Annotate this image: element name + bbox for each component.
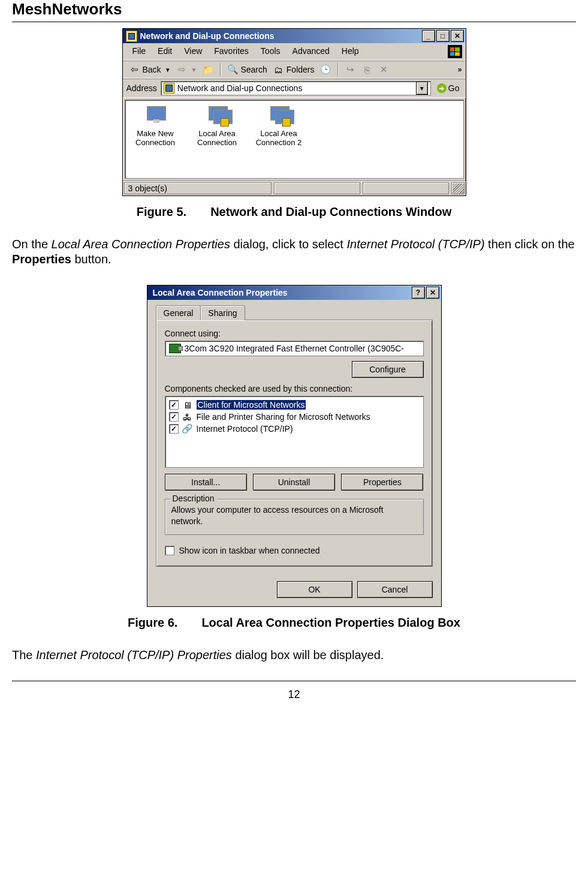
paragraph-2: The Internet Protocol (TCP/IP) Propertie… xyxy=(12,648,576,663)
item-local-area-connection-2[interactable]: Local Area Connection 2 xyxy=(254,106,304,147)
search-icon: 🔍 xyxy=(227,64,238,75)
item-label: Local Area Connection 2 xyxy=(254,129,304,147)
windows-logo-icon xyxy=(448,45,462,58)
folder-icon xyxy=(126,31,137,42)
folder-content[interactable]: Make New Connection Local Area Connectio… xyxy=(125,100,464,179)
history-icon: 🕒 xyxy=(320,64,331,75)
dropdown-icon: ▼ xyxy=(165,67,171,73)
dialog-title: Local Area Connection Properties xyxy=(149,288,412,297)
folders-icon: 🗂 xyxy=(273,64,284,75)
configure-button[interactable]: Configure xyxy=(352,361,424,378)
components-list[interactable]: ✓ 🖥 Client for Microsoft Networks ✓ 🖧 Fi… xyxy=(165,396,424,468)
up-button[interactable]: 📁 xyxy=(200,63,216,76)
figure5-caption: Figure 5.Network and Dial-up Connections… xyxy=(12,205,576,219)
address-dropdown-icon[interactable]: ▼ xyxy=(416,82,428,95)
address-field[interactable]: Network and Dial-up Connections ▼ xyxy=(161,81,431,95)
go-arrow-icon: ➜ xyxy=(437,83,447,93)
forward-arrow-icon: ⇨ xyxy=(177,64,188,75)
menu-favorites[interactable]: Favorites xyxy=(208,45,255,58)
description-legend: Description xyxy=(170,494,217,503)
move-icon: ↪ xyxy=(345,64,355,75)
component-tcpip[interactable]: ✓ 🔗 Internet Protocol (TCP/IP) xyxy=(169,423,420,435)
menu-help[interactable]: Help xyxy=(336,45,365,58)
show-icon-label: Show icon in taskbar when connected xyxy=(179,546,320,555)
address-label: Address xyxy=(126,83,157,93)
menu-view[interactable]: View xyxy=(178,45,208,58)
delete-button[interactable]: ✕ xyxy=(375,63,392,76)
adapter-name: 3Com 3C920 Integrated Fast Ethernet Cont… xyxy=(185,344,405,353)
footer-rule xyxy=(12,681,576,681)
close-button[interactable]: ✕ xyxy=(451,30,464,42)
overflow-icon[interactable]: » xyxy=(458,65,462,74)
maximize-button[interactable]: □ xyxy=(436,30,450,42)
install-button[interactable]: Install... xyxy=(165,474,247,491)
titlebar[interactable]: Local Area Connection Properties ✕ xyxy=(147,285,441,300)
menubar: File Edit View Favorites Tools Advanced … xyxy=(123,43,466,61)
item-label: Make New Connection xyxy=(130,129,181,147)
checkbox-icon[interactable] xyxy=(165,546,174,555)
component-label: Client for Microsoft Networks xyxy=(197,400,306,410)
item-local-area-connection[interactable]: Local Area Connection xyxy=(192,106,243,147)
search-button[interactable]: 🔍 Search xyxy=(224,63,270,76)
copy-icon: ⎘ xyxy=(361,64,372,75)
folder-icon xyxy=(164,83,174,94)
statusbar: 3 object(s) xyxy=(123,181,466,196)
component-file-print-sharing[interactable]: ✓ 🖧 File and Printer Sharing for Microso… xyxy=(169,411,420,423)
paragraph-1: On the Local Area Connection Properties … xyxy=(12,237,576,267)
network-connections-window: Network and Dial-up Connections _ □ ✕ Fi… xyxy=(122,28,466,196)
history-button[interactable]: 🕒 xyxy=(317,63,334,76)
address-bar: Address Network and Dial-up Connections … xyxy=(123,79,466,98)
folder-up-icon: 📁 xyxy=(203,64,213,75)
delete-icon: ✕ xyxy=(378,64,389,75)
checkbox-icon[interactable]: ✓ xyxy=(169,412,179,422)
menu-advanced[interactable]: Advanced xyxy=(287,45,336,58)
copyto-button[interactable]: ⎘ xyxy=(358,63,375,76)
cancel-button[interactable]: Cancel xyxy=(357,581,433,598)
folders-button[interactable]: 🗂 Folders xyxy=(270,63,318,76)
uninstall-button[interactable]: Uninstall xyxy=(253,474,335,491)
figure6-caption: Figure 6.Local Area Connection Propertie… xyxy=(12,616,576,630)
service-icon: 🖧 xyxy=(182,411,193,422)
components-label: Components checked are used by this conn… xyxy=(165,384,424,393)
adapter-field: 3Com 3C920 Integrated Fast Ethernet Cont… xyxy=(165,341,424,356)
component-label: File and Printer Sharing for Microsoft N… xyxy=(197,412,370,422)
back-button[interactable]: ⇦ Back ▼ xyxy=(126,63,174,76)
close-button[interactable]: ✕ xyxy=(426,287,439,299)
status-text: 3 object(s) xyxy=(124,182,272,194)
menu-edit[interactable]: Edit xyxy=(152,45,178,58)
toolbar: ⇦ Back ▼ ⇨ ▼ 📁 🔍 Search 🗂 xyxy=(123,61,466,79)
menu-tools[interactable]: Tools xyxy=(255,45,287,58)
minimize-button[interactable]: _ xyxy=(422,30,435,42)
protocol-icon: 🔗 xyxy=(182,423,193,434)
titlebar[interactable]: Network and Dial-up Connections _ □ ✕ xyxy=(123,29,466,43)
tab-sharing[interactable]: Sharing xyxy=(201,305,245,320)
tab-general[interactable]: General xyxy=(156,305,201,320)
tab-panel-general: Connect using: 3Com 3C920 Integrated Fas… xyxy=(156,320,433,567)
component-label: Internet Protocol (TCP/IP) xyxy=(197,424,293,434)
client-icon: 🖥 xyxy=(182,399,193,410)
back-arrow-icon: ⇦ xyxy=(129,64,140,75)
component-client-msnet[interactable]: ✓ 🖥 Client for Microsoft Networks xyxy=(169,399,420,411)
go-button[interactable]: ➜ Go xyxy=(435,82,462,94)
description-group: Description Allows your computer to acce… xyxy=(165,499,424,535)
network-card-icon xyxy=(169,344,181,353)
address-value: Network and Dial-up Connections xyxy=(177,83,303,93)
item-label: Local Area Connection xyxy=(192,129,243,147)
item-make-new-connection[interactable]: Make New Connection xyxy=(130,106,181,147)
connection-properties-dialog: Local Area Connection Properties ✕ Gener… xyxy=(147,285,442,607)
connect-using-label: Connect using: xyxy=(165,329,424,338)
menu-file[interactable]: File xyxy=(126,45,152,58)
show-icon-checkbox-row[interactable]: Show icon in taskbar when connected xyxy=(165,546,424,555)
page-number: 12 xyxy=(12,688,576,707)
header-rule xyxy=(12,22,576,22)
dropdown-icon: ▼ xyxy=(191,67,197,73)
resize-gripper-icon[interactable] xyxy=(451,182,465,194)
moveto-button[interactable]: ↪ xyxy=(342,63,358,76)
forward-button[interactable]: ⇨ ▼ xyxy=(174,63,200,76)
description-text: Allows your computer to access resources… xyxy=(171,504,417,527)
checkbox-icon[interactable]: ✓ xyxy=(169,424,179,434)
checkbox-icon[interactable]: ✓ xyxy=(169,400,179,410)
help-button[interactable] xyxy=(412,287,425,299)
ok-button[interactable]: OK xyxy=(277,581,352,598)
properties-button[interactable]: Properties xyxy=(341,474,423,491)
